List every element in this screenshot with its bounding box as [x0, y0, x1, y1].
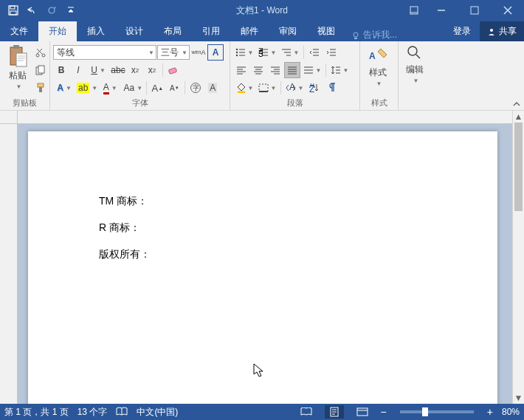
numbering-icon: 123: [258, 48, 269, 57]
svg-rect-1: [10, 6, 15, 9]
doc-line[interactable]: 版权所有：: [99, 248, 427, 261]
font-size-combo[interactable]: 三号▼: [157, 45, 190, 60]
ribbon-tabs: 文件 开始 插入 设计 布局 引用 邮件 审阅 视图 告诉我... 登录 共享: [0, 21, 524, 41]
svg-point-18: [235, 49, 237, 50]
align-justify-button[interactable]: [284, 62, 300, 78]
cut-button[interactable]: [32, 44, 49, 61]
redo-button[interactable]: [43, 1, 61, 19]
paste-button[interactable]: 粘贴 ▼: [3, 43, 32, 92]
svg-point-6: [354, 32, 358, 37]
web-layout-button[interactable]: [353, 405, 372, 419]
tab-home[interactable]: 开始: [38, 21, 77, 41]
svg-point-29: [408, 47, 417, 55]
scroll-down-button[interactable]: ▼: [513, 392, 524, 404]
zoom-slider[interactable]: [400, 410, 474, 413]
tell-me-search[interactable]: 告诉我...: [345, 29, 403, 41]
page-number-status[interactable]: 第 1 页，共 1 页: [4, 406, 69, 419]
subscript-button[interactable]: x2: [127, 62, 143, 78]
character-border-button[interactable]: A: [207, 44, 224, 61]
tab-references[interactable]: 引用: [192, 21, 230, 41]
align-left-button[interactable]: [233, 62, 249, 78]
group-label-paragraph: 段落: [233, 97, 356, 110]
grow-font-button[interactable]: A▲: [149, 80, 165, 96]
bullets-icon: [235, 48, 246, 57]
vertical-scrollbar[interactable]: ▲ ▼: [512, 111, 524, 404]
increase-indent-button[interactable]: [323, 44, 339, 61]
enclose-characters-button[interactable]: 字: [187, 80, 204, 96]
bold-button[interactable]: B: [53, 62, 69, 78]
text-effects-button[interactable]: A▼: [53, 80, 75, 96]
zoom-slider-thumb[interactable]: [422, 407, 428, 416]
scroll-thumb[interactable]: [514, 123, 523, 211]
group-label-font: 字体: [53, 97, 227, 110]
minimize-button[interactable]: [424, 0, 458, 21]
login-button[interactable]: 登录: [444, 21, 480, 41]
save-button[interactable]: [4, 1, 22, 19]
shrink-font-button[interactable]: A▼: [166, 80, 182, 96]
sort-button[interactable]: AZ: [306, 80, 323, 96]
ribbon-display-button[interactable]: [404, 0, 424, 21]
bullets-button[interactable]: ▼: [233, 44, 255, 61]
clear-formatting-button[interactable]: [165, 62, 182, 78]
line-spacing-button[interactable]: ▼: [328, 62, 351, 78]
group-paragraph: ▼ 123▼ ▼ ▼ ▼ ▼ ▼ A▼ AZ: [230, 41, 360, 110]
doc-line[interactable]: TM 商标：: [99, 195, 427, 208]
vertical-ruler[interactable]: [0, 124, 18, 404]
numbering-button[interactable]: 123▼: [256, 44, 278, 61]
align-right-button[interactable]: [267, 62, 283, 78]
decrease-indent-button[interactable]: [306, 44, 323, 61]
print-layout-button[interactable]: [325, 405, 344, 419]
styles-button[interactable]: A 样式 ▼: [363, 43, 393, 89]
tab-view[interactable]: 视图: [307, 21, 345, 41]
zoom-in-button[interactable]: +: [487, 406, 493, 418]
word-count-status[interactable]: 13 个字: [77, 406, 108, 419]
svg-rect-16: [39, 87, 42, 92]
undo-button[interactable]: [24, 1, 41, 19]
read-mode-button[interactable]: [297, 405, 316, 419]
superscript-button[interactable]: x2: [144, 62, 160, 78]
asian-layout-button[interactable]: A▼: [283, 80, 306, 96]
doc-line[interactable]: R 商标：: [99, 221, 427, 235]
font-name-combo[interactable]: 等线▼: [53, 45, 156, 60]
zoom-level[interactable]: 80%: [502, 407, 520, 417]
italic-button[interactable]: I: [70, 62, 86, 78]
find-icon: [406, 44, 424, 62]
close-button[interactable]: [491, 0, 524, 21]
group-font: 等线▼ 三号▼ wénA A B I U▼ abc x2 x2 A▼ ab▼ A…: [50, 41, 230, 110]
character-shading-button[interactable]: Aa▼: [122, 80, 144, 96]
change-case-button[interactable]: A: [204, 80, 221, 96]
eraser-icon: [168, 64, 179, 76]
font-color-button[interactable]: A▼: [99, 80, 121, 96]
tab-file[interactable]: 文件: [0, 21, 38, 41]
language-status[interactable]: 中文(中国): [137, 406, 178, 419]
copy-button[interactable]: [32, 62, 49, 78]
shading-button[interactable]: ▼: [233, 80, 255, 96]
document-page[interactable]: TM 商标： R 商标： 版权所有：: [28, 131, 497, 404]
strikethrough-button[interactable]: abc: [110, 62, 126, 78]
editing-button[interactable]: 编辑 ▼: [401, 43, 428, 86]
phonetic-guide-button[interactable]: wénA: [190, 44, 207, 61]
multilevel-list-button[interactable]: ▼: [279, 44, 301, 61]
zoom-out-button[interactable]: −: [381, 406, 387, 418]
horizontal-ruler[interactable]: [18, 111, 512, 124]
tab-review[interactable]: 审阅: [269, 21, 307, 41]
highlight-button[interactable]: ab▼: [76, 80, 98, 96]
tab-layout[interactable]: 布局: [154, 21, 192, 41]
format-painter-button[interactable]: [32, 80, 49, 96]
tab-design[interactable]: 设计: [115, 21, 154, 41]
maximize-button[interactable]: [458, 0, 491, 21]
show-marks-button[interactable]: [323, 80, 339, 96]
scroll-up-button[interactable]: ▲: [513, 111, 524, 123]
distributed-button[interactable]: ▼: [301, 62, 323, 78]
styles-icon: A: [368, 44, 388, 65]
borders-button[interactable]: ▼: [256, 80, 278, 96]
tab-mailings[interactable]: 邮件: [230, 21, 269, 41]
align-center-button[interactable]: [250, 62, 266, 78]
tab-insert[interactable]: 插入: [77, 21, 115, 41]
lightbulb-icon: [351, 31, 360, 40]
underline-button[interactable]: U▼: [87, 62, 109, 78]
share-button[interactable]: 共享: [480, 21, 524, 41]
spell-check-status[interactable]: [116, 407, 128, 417]
qat-customize[interactable]: [62, 1, 80, 19]
collapse-ribbon-button[interactable]: [512, 100, 521, 109]
